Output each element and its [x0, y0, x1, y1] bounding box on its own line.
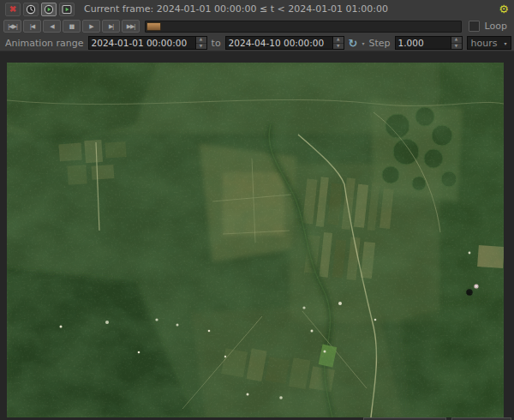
- spin-up-icon[interactable]: ▲: [333, 37, 344, 44]
- last-frame-button[interactable]: ▶▶|: [122, 20, 140, 33]
- disable-animation-button[interactable]: ✖: [5, 3, 21, 16]
- next-frame-button[interactable]: ▶|: [102, 20, 120, 33]
- play-box-mode-button[interactable]: [59, 3, 75, 16]
- step-field-group: ▲ ▼: [395, 36, 463, 50]
- mode-toolbar: ✖ Current frame: 2024-01-01 00:00:00 ≤ t…: [0, 0, 514, 18]
- range-end-input[interactable]: [226, 37, 332, 49]
- refresh-range-icon[interactable]: ↻: [349, 38, 358, 49]
- render-viewport[interactable]: [7, 63, 504, 417]
- spin-up-icon[interactable]: ▲: [451, 37, 462, 44]
- range-start-field-group: ▲ ▼: [88, 36, 207, 50]
- play-backward-button[interactable]: ◀: [43, 20, 61, 33]
- time-slider-handle[interactable]: [146, 22, 161, 31]
- app-window: { "window": {"width": 600, "height": 490…: [0, 0, 514, 420]
- spin-down-icon[interactable]: ▼: [196, 44, 206, 50]
- animation-toolbar-panel: ✖ Current frame: 2024-01-01 00:00:00 ≤ t…: [0, 0, 514, 51]
- range-end-spinner: ▲ ▼: [332, 37, 344, 49]
- vcr-toolbar: |◀▶| |◀ ◀ ▮▮ ▶ ▶| ▶▶| Loop: [0, 18, 514, 34]
- play-whole-range-button[interactable]: |◀▶|: [3, 20, 21, 33]
- animation-range-label: Animation range: [5, 38, 84, 49]
- loop-label: Loop: [485, 21, 507, 32]
- range-start-input[interactable]: [89, 37, 195, 49]
- range-toolbar: Animation range ▲ ▼ to ▲ ▼ ↻ ▾ Step ▲ ▼: [0, 34, 514, 51]
- step-spinner: ▲ ▼: [451, 37, 462, 49]
- current-frame-label: Current frame: 2024-01-01 00:00:00 ≤ t <…: [84, 3, 388, 15]
- play-forward-button[interactable]: ▶: [82, 20, 100, 33]
- gear-icon[interactable]: ⚙: [499, 3, 509, 15]
- play-box-icon: [62, 4, 72, 15]
- step-unit-value: hours: [471, 38, 498, 49]
- clock-mode-button[interactable]: [23, 3, 39, 16]
- range-end-field-group: ▲ ▼: [225, 36, 344, 50]
- spin-down-icon[interactable]: ▼: [333, 44, 344, 50]
- step-label: Step: [369, 38, 391, 49]
- play-circle-mode-button[interactable]: [41, 3, 57, 16]
- clock-icon: [26, 4, 36, 15]
- chevron-down-icon: ▾: [505, 40, 507, 46]
- range-start-spinner: ▲ ▼: [195, 37, 206, 49]
- red-x-icon: ✖: [9, 5, 16, 14]
- spin-up-icon[interactable]: ▲: [196, 37, 206, 44]
- time-slider[interactable]: [145, 21, 462, 33]
- spin-down-icon[interactable]: ▼: [451, 44, 462, 50]
- refresh-menu-arrow-icon[interactable]: ▾: [362, 40, 365, 46]
- step-input[interactable]: [396, 37, 451, 49]
- loop-checkbox[interactable]: [469, 21, 480, 32]
- to-label: to: [212, 38, 221, 49]
- satellite-image: [7, 63, 504, 417]
- pause-button[interactable]: ▮▮: [63, 20, 81, 33]
- step-unit-select[interactable]: hours ▾: [467, 36, 511, 50]
- play-circle-icon: [44, 4, 54, 15]
- first-frame-button[interactable]: |◀: [23, 20, 41, 33]
